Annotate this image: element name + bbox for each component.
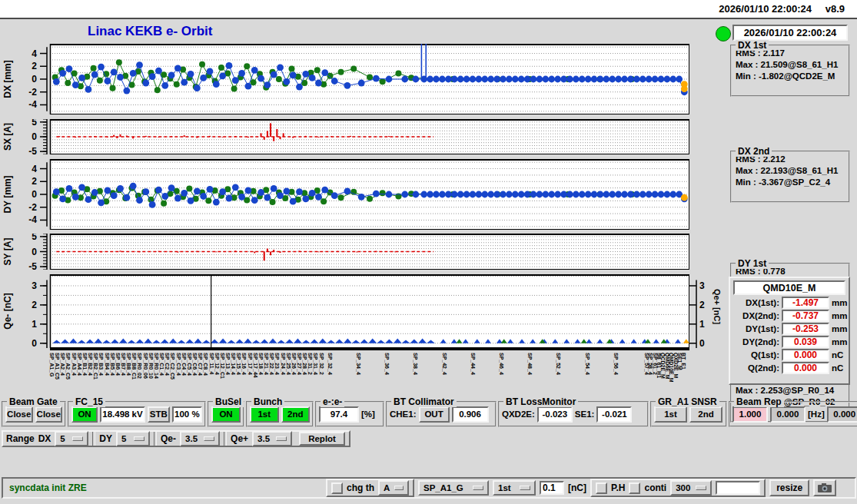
che1-state-button[interactable]: OUT xyxy=(419,406,450,423)
svg-text:SP_17_44: SP_17_44 xyxy=(253,353,258,378)
monitor-unit: mm xyxy=(832,324,847,333)
bt-collimator-group: BT Collimator CHE1: OUT 0.906 xyxy=(386,401,497,427)
range-dy-label: DY xyxy=(99,433,112,444)
acquire-panel: P.H conti 300 xyxy=(590,479,766,497)
separator xyxy=(92,432,95,446)
svg-text:SP_17_4: SP_17_4 xyxy=(247,353,253,375)
stat-max: Max : 21.509@S8_61_H1 xyxy=(736,60,849,69)
camera-icon xyxy=(817,482,832,493)
conti-checkbox[interactable] xyxy=(629,482,640,494)
svg-text:SP_31_4: SP_31_4 xyxy=(313,353,318,375)
range-bar: Range DX 5 DY 5 Qe- 3.5 Qe+ 3.5 Replot xyxy=(2,430,350,447)
option-menu-dash-icon xyxy=(134,436,144,441)
range-qem-label: Qe- xyxy=(161,433,176,444)
svg-text:DY [mm]: DY [mm] xyxy=(2,175,13,213)
bpm-select-value: SP_A1_G xyxy=(424,483,463,492)
chg-th-value: A xyxy=(384,483,390,492)
range-qep-select[interactable]: 3.5 xyxy=(252,431,292,446)
chg-th-checkbox[interactable] xyxy=(331,482,343,494)
chg-th-panel: chg th A xyxy=(326,479,414,497)
range-dy-select[interactable]: 5 xyxy=(116,431,150,446)
monitor-value: -0.737 xyxy=(782,310,829,322)
option-menu-dash-icon xyxy=(696,486,706,490)
points-select[interactable]: 300 xyxy=(670,480,712,496)
gr-a1-2nd-button[interactable]: 2nd xyxy=(689,406,722,423)
fc15-title: FC_15 xyxy=(73,396,105,407)
svg-text:5: 5 xyxy=(32,119,37,128)
svg-text:SP_C4_4: SP_C4_4 xyxy=(181,353,187,376)
beam-gate-close-1-button[interactable]: Close xyxy=(5,406,33,423)
svg-text:SP_C1_4: SP_C1_4 xyxy=(159,353,164,376)
monitor-row: Q(1st): 0.000 nC xyxy=(732,349,849,361)
chart-dy: -4-2024DY [mm] xyxy=(0,159,721,230)
svg-text:SP_26_4: SP_26_4 xyxy=(291,353,297,375)
bunch-1st-button[interactable]: 1st xyxy=(250,406,279,423)
svg-text:-4: -4 xyxy=(28,99,37,110)
svg-text:SP_36_4: SP_36_4 xyxy=(384,353,390,375)
range-label: Range xyxy=(6,433,35,444)
svg-text:2: 2 xyxy=(32,61,37,71)
svg-text:2: 2 xyxy=(32,300,37,310)
svg-text:Qe+ [nC]: Qe+ [nC] xyxy=(713,289,721,324)
fc15-group: FC_15 ON 18.498 kV STB 100 % xyxy=(68,401,206,427)
bpm-select[interactable]: SP_A1_G xyxy=(418,480,489,496)
monitor-label: Q(2nd): xyxy=(732,363,779,373)
beam-gate-close-2-button[interactable]: Close xyxy=(35,406,63,423)
svg-text:SP_C8_4: SP_C8_4 xyxy=(203,353,208,376)
monitor-row: DY(2nd): 0.039 mm xyxy=(732,336,849,348)
beam-gate-group: Beam Gate Close Close xyxy=(2,401,66,427)
svg-text:SP_C5_4: SP_C5_4 xyxy=(187,353,192,376)
bt-collimator-title: BT Collimator xyxy=(391,396,457,407)
monitor-value: -1.497 xyxy=(782,297,829,309)
svg-text:SX [A]: SX [A] xyxy=(2,123,13,151)
ph-checkbox[interactable] xyxy=(596,482,607,494)
svg-text:SP_34_4: SP_34_4 xyxy=(356,353,361,375)
svg-text:SP_A2_4: SP_A2_4 xyxy=(60,353,65,376)
option-menu-dash-icon xyxy=(204,436,214,441)
status-led-icon xyxy=(716,26,731,41)
svg-text:SP_B2_C1: SP_B2_C1 xyxy=(93,353,98,380)
svg-text:SP_12_C1: SP_12_C1 xyxy=(220,353,225,379)
stats-dx-1st: DX 1st RMS : 2.117 Max : 21.509@S8_61_H1… xyxy=(730,45,850,97)
monitor-value: 0.000 xyxy=(782,362,829,374)
svg-text:SP_C2_C5: SP_C2_C5 xyxy=(170,353,175,380)
range-dx-label: DX xyxy=(38,433,51,444)
busel-group: BuSel ON xyxy=(208,401,244,427)
fc15-stb-button[interactable]: STB xyxy=(148,406,170,423)
busel-on-button[interactable]: ON xyxy=(211,406,241,423)
svg-text:SP_B2_4: SP_B2_4 xyxy=(88,353,93,376)
fc15-on-button[interactable]: ON xyxy=(71,406,98,423)
bunch-2nd-button[interactable]: 2nd xyxy=(281,406,311,423)
bunch-number-select[interactable]: 1st xyxy=(493,480,536,496)
monitor-row: DX(2nd): -0.737 mm xyxy=(732,310,849,322)
svg-text:SP_A3_4: SP_A3_4 xyxy=(71,353,77,376)
chg-th-select[interactable]: A xyxy=(378,480,409,496)
svg-text:-4: -4 xyxy=(28,214,37,225)
monitor-unit: nC xyxy=(832,363,843,373)
eratio-unit: [%] xyxy=(361,410,375,419)
resize-button[interactable]: resize xyxy=(769,479,809,496)
monitor-row: Q(2nd): 0.000 nC xyxy=(732,362,849,374)
monitor-panel: QMD10E_M DX(1st): -1.497 mm DX(2nd): -0.… xyxy=(729,277,850,385)
gr-a1-1st-button[interactable]: 1st xyxy=(654,406,687,423)
monitor-value: -0.253 xyxy=(782,323,829,335)
svg-text:SP_R0_10: SP_R0_10 xyxy=(148,353,154,379)
screenshot-button[interactable] xyxy=(813,479,836,496)
svg-text:0: 0 xyxy=(32,74,37,85)
threshold-input[interactable] xyxy=(540,481,564,495)
svg-text:1: 1 xyxy=(699,319,705,330)
replot-button[interactable]: Replot xyxy=(299,432,345,446)
stats-dx-1st-title: DX 1st xyxy=(736,40,769,51)
svg-text:SP_14_4: SP_14_4 xyxy=(231,353,236,375)
conti-label: conti xyxy=(644,482,666,493)
beam-gate-title: Beam Gate xyxy=(7,396,60,407)
svg-text:5: 5 xyxy=(32,234,37,242)
svg-text:SP_25_4: SP_25_4 xyxy=(286,353,291,375)
acquire-input[interactable] xyxy=(716,481,760,495)
svg-text:-2: -2 xyxy=(28,87,37,98)
svg-text:SP_12_4: SP_12_4 xyxy=(214,353,220,375)
range-qem-select[interactable]: 3.5 xyxy=(180,431,220,446)
range-dx-select[interactable]: 5 xyxy=(55,431,88,446)
option-menu-dash-icon xyxy=(520,486,530,490)
gr-a1-snsr-group: GR_A1 SNSR 1st 2nd xyxy=(650,401,727,427)
